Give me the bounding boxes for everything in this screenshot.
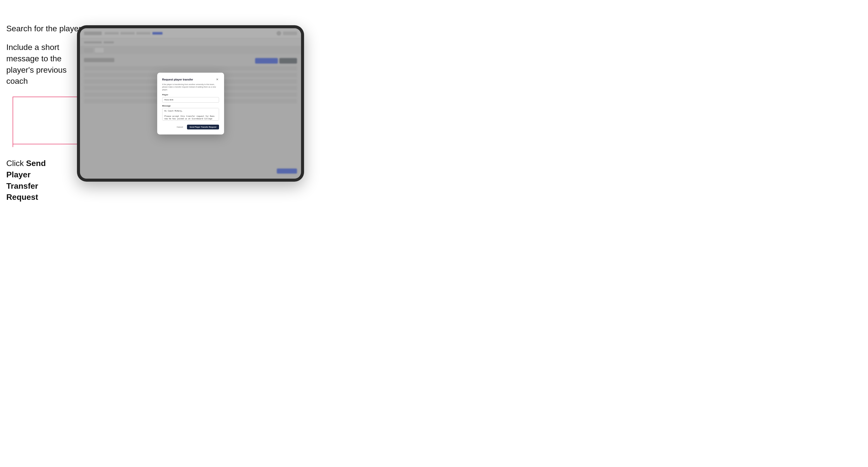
player-input[interactable]	[162, 97, 219, 103]
modal-title: Request player transfer	[162, 78, 193, 81]
cancel-button[interactable]: Cancel	[175, 125, 185, 129]
arrow-1-vertical	[12, 97, 13, 147]
player-label: Player	[162, 94, 219, 96]
tablet-screen: Request player transfer ✕ If the player …	[80, 28, 301, 179]
close-icon[interactable]: ✕	[216, 78, 219, 81]
modal-footer: Cancel Send Player Transfer Request	[162, 125, 219, 129]
request-transfer-modal: Request player transfer ✕ If the player …	[157, 73, 224, 134]
annotation-search: Search for the player.	[6, 24, 83, 33]
modal-header: Request player transfer ✕	[162, 78, 219, 81]
tablet-frame: Request player transfer ✕ If the player …	[77, 25, 304, 182]
message-textarea[interactable]: Hi Coach McHarg, Please accept this tran…	[162, 108, 219, 121]
message-label: Message	[162, 105, 219, 107]
send-transfer-request-button[interactable]: Send Player Transfer Request	[187, 125, 219, 129]
modal-description: If the player is transferring from anoth…	[162, 83, 219, 91]
annotation-click: Click Send Player Transfer Request	[6, 158, 59, 203]
annotation-message: Include a short message to the player's …	[6, 42, 72, 87]
modal-overlay: Request player transfer ✕ If the player …	[80, 28, 301, 179]
